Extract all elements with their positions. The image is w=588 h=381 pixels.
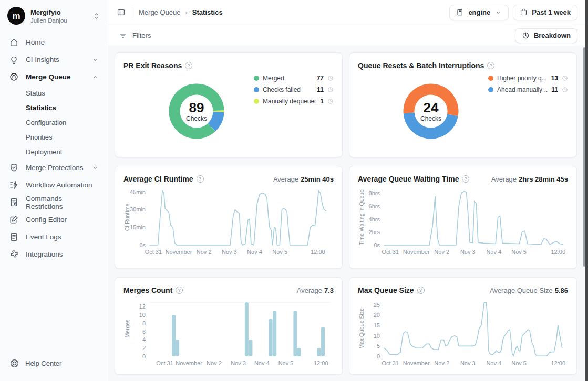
topbar-divider — [132, 8, 132, 17]
legend-item[interactable]: Checks failed11 — [254, 86, 334, 93]
svg-text:Time Waiting in Queue: Time Waiting in Queue — [358, 189, 365, 245]
sidebar-item-label: Config Editor — [26, 216, 67, 224]
summary-value: 25min 40s — [301, 175, 334, 183]
workspace-name: Mergifyio — [30, 8, 67, 16]
filter-lines-icon — [119, 31, 127, 40]
legend-item[interactable]: Ahead manually ...11 — [488, 86, 568, 93]
svg-text:Nov 2: Nov 2 — [197, 249, 212, 255]
sidebar-item-integrations[interactable]: Integrations — [4, 246, 104, 263]
legend: Merged77Checks failed11Manually dequeued… — [254, 75, 334, 105]
donut-center-label: Checks — [186, 115, 207, 122]
sidebar-item-merge-queue[interactable]: Merge Queue — [4, 68, 104, 86]
svg-text:0: 0 — [142, 353, 146, 359]
help-icon[interactable]: ? — [462, 175, 469, 183]
legend-item[interactable]: Merged77 — [254, 75, 334, 82]
sidebar-item-home[interactable]: Home — [4, 34, 104, 51]
help-icon[interactable]: ? — [487, 62, 494, 69]
card-max-queue-size: Max Queue Size?Average Queue Size5.86Max… — [349, 277, 577, 375]
scrollbar-track[interactable] — [585, 0, 588, 381]
summary-label: Average Queue Size — [490, 287, 553, 294]
card-title: PR Exit Reasons — [123, 61, 182, 70]
sidebar-item-configuration[interactable]: Configuration — [4, 115, 104, 130]
card-summary: Average2hrs 28min 45s — [491, 175, 568, 183]
logo-letter: m — [12, 12, 20, 20]
pie-chart-icon — [522, 31, 530, 39]
help-icon[interactable]: ? — [197, 175, 204, 183]
clock-icon[interactable] — [327, 98, 334, 104]
chart-area: Max Queue Size0510152025Oct 31NovemberNo… — [358, 298, 568, 369]
sidebar-item-config-editor[interactable]: Config Editor — [4, 211, 104, 228]
breadcrumb-separator-icon: › — [185, 8, 188, 16]
legend-value: 77 — [317, 75, 324, 82]
svg-text:2hrs: 2hrs — [369, 229, 380, 235]
sidebar-item-merge-protections[interactable]: Merge Protections — [4, 159, 104, 176]
sidebar-item-status[interactable]: Status — [4, 86, 104, 100]
sidebar-item-label: Integrations — [26, 250, 63, 258]
sidebar-toggle-icon[interactable] — [117, 8, 126, 17]
chart-area: CI Runtime0s15min30min45minOct 31Novembe… — [123, 186, 334, 258]
svg-text:0: 0 — [377, 353, 380, 359]
svg-text:Nov 5: Nov 5 — [511, 360, 527, 366]
clock-icon[interactable] — [327, 75, 334, 81]
sidebar-item-statistics[interactable]: Statistics — [4, 100, 104, 115]
legend-item[interactable]: Manually dequeued1 — [254, 98, 334, 105]
sidebar-item-commands-restrictions[interactable]: Commands Restrictions — [4, 194, 104, 211]
svg-text:30min: 30min — [130, 206, 146, 213]
svg-text:Max Queue Size: Max Queue Size — [358, 308, 365, 349]
breakdown-button[interactable]: Breakdown — [515, 28, 577, 43]
svg-text:Nov 3: Nov 3 — [222, 249, 237, 255]
sidebar-item-label: Merge Queue — [26, 73, 71, 81]
svg-text:Nov 4: Nov 4 — [254, 360, 270, 366]
sidebar-item-ci-insights[interactable]: CI Insights — [4, 51, 104, 68]
scrollbar-thumb[interactable] — [583, 47, 585, 267]
svg-text:Nov 5: Nov 5 — [272, 249, 287, 255]
filters-button[interactable]: Filters — [116, 31, 154, 40]
svg-text:12:00: 12:00 — [551, 360, 566, 366]
svg-text:Oct 31: Oct 31 — [381, 360, 398, 366]
help-icon[interactable]: ? — [417, 287, 425, 294]
svg-text:8hrs: 8hrs — [369, 190, 380, 196]
svg-text:Oct 31: Oct 31 — [381, 249, 398, 255]
card-title: Queue Resets & Batch Interruptions — [358, 61, 484, 70]
breadcrumb-statistics: Statistics — [192, 8, 223, 16]
clipboard-icon — [9, 197, 19, 207]
legend-item[interactable]: Higher priority q...13 — [488, 75, 568, 82]
svg-text:15: 15 — [374, 322, 380, 329]
sidebar-item-workflow-automation[interactable]: Workflow Automation — [4, 176, 104, 194]
card-summary: Average7.3 — [297, 287, 334, 294]
bar-chart: Merges024681012Oct 31NovemberNov 2Nov 3N… — [123, 298, 335, 369]
shield-icon — [9, 163, 19, 173]
help-center-label: Help Center — [25, 359, 61, 367]
svg-text:Nov 3: Nov 3 — [460, 249, 476, 255]
period-select[interactable]: Past 1 week — [513, 5, 577, 20]
repository-select[interactable]: engine — [449, 5, 509, 20]
help-icon[interactable]: ? — [185, 62, 192, 69]
card-merges-count: Merges Count?Average7.3Merges024681012Oc… — [115, 277, 343, 375]
svg-text:November: November — [403, 249, 430, 255]
donut-center: 89Checks — [168, 82, 225, 140]
svg-text:Nov 4: Nov 4 — [486, 249, 501, 255]
summary-label: Average — [491, 175, 517, 183]
svg-text:Nov 3: Nov 3 — [231, 360, 246, 366]
donut-wrap: 24Checks — [402, 82, 460, 140]
sidebar-item-deployment[interactable]: Deployment — [4, 144, 104, 159]
clock-icon[interactable] — [562, 75, 568, 81]
sidebar-item-event-logs[interactable]: Event Logs — [4, 228, 104, 246]
sidebar-item-label: Commands Restrictions — [26, 195, 99, 210]
legend-label: Manually dequeued — [263, 98, 316, 105]
app-window: m Mergifyio Julien Danjou HomeCI Insight… — [0, 0, 588, 381]
svg-text:10: 10 — [374, 333, 380, 339]
clock-icon[interactable] — [327, 87, 334, 93]
help-center-button[interactable]: Help Center — [0, 350, 108, 381]
clock-icon[interactable] — [562, 87, 568, 93]
breadcrumb-merge-queue[interactable]: Merge Queue — [139, 8, 181, 16]
svg-text:0s: 0s — [139, 242, 146, 248]
workspace-switcher[interactable]: m Mergifyio Julien Danjou — [0, 0, 108, 29]
sidebar-item-priorities[interactable]: Priorities — [4, 130, 104, 144]
help-icon[interactable]: ? — [176, 287, 183, 294]
legend-dot — [254, 87, 259, 92]
svg-text:12: 12 — [139, 303, 146, 310]
donut-center-value: 89 — [189, 100, 204, 115]
card-queue-resets-batch-interruptions: Queue Resets & Batch Interruptions?24Che… — [349, 52, 577, 157]
legend-value: 1 — [320, 98, 324, 105]
